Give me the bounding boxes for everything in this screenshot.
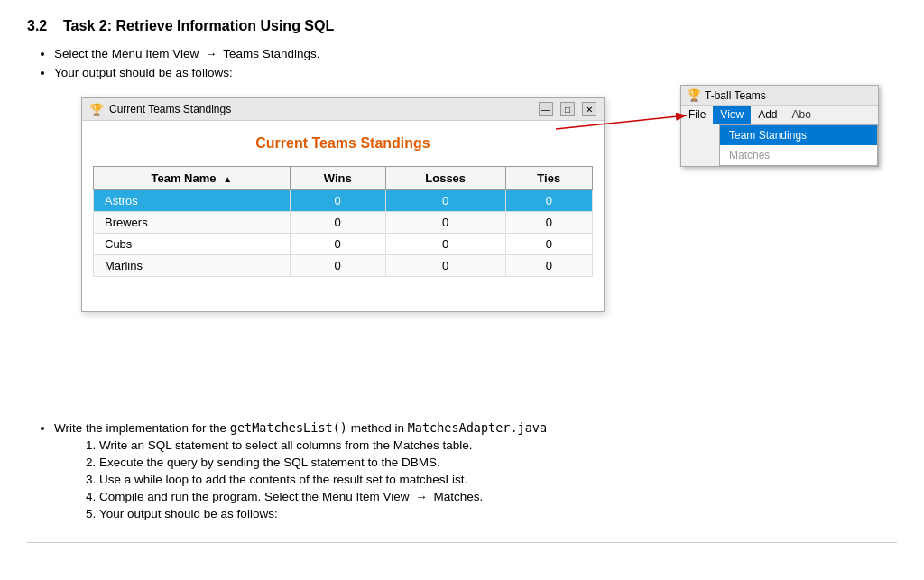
cell-losses: 0	[385, 234, 505, 255]
cell-losses: 0	[385, 255, 505, 277]
table-row[interactable]: Cubs000	[94, 234, 593, 255]
cell-team-name: Astros	[94, 190, 291, 212]
bullet2-text: Your output should be as follows:	[54, 66, 233, 79]
col-wins: Wins	[290, 167, 385, 190]
dialog-title: Current Teams Standings	[109, 103, 531, 115]
red-arrow	[556, 106, 700, 152]
cell-ties: 0	[505, 234, 593, 255]
minimize-button[interactable]: —	[539, 102, 553, 116]
sort-arrow-icon: ▲	[223, 174, 232, 184]
cell-wins: 0	[290, 212, 385, 234]
section-heading: 3.2 Task 2: Retrieve Information Using S…	[27, 18, 897, 34]
cell-team-name: Cubs	[94, 234, 291, 255]
tball-titlebar: 🏆 T-ball Teams	[681, 86, 878, 106]
top-bullet-list: Select the Menu Item View → Teams Standi…	[54, 47, 897, 79]
col-team-name-label: Team Name	[152, 171, 217, 185]
section-number: 3.2	[27, 18, 47, 33]
cell-ties: 0	[505, 255, 593, 277]
arrow-icon-4: →	[415, 490, 428, 503]
bottom-section: Write the implementation for the getMatc…	[27, 420, 897, 520]
cell-losses: 0	[385, 190, 505, 212]
tball-app-window: 🏆 T-ball Teams File View Add Abo Team St…	[680, 85, 879, 167]
cell-team-name: Brewers	[94, 212, 291, 234]
dialog-icon: 🏆	[89, 103, 104, 116]
dialog-titlebar: 🏆 Current Teams Standings — □ ✕	[82, 98, 604, 121]
dialog-window: 🏆 Current Teams Standings — □ ✕ Current …	[81, 97, 605, 312]
table-empty-space	[93, 277, 593, 304]
tball-icon: 🏆	[687, 88, 701, 102]
numbered-item-4-after: Matches.	[433, 490, 483, 503]
numbered-item-5: Your output should be as follows:	[99, 507, 897, 520]
dropdown-matches[interactable]: Matches	[720, 145, 877, 165]
bullet-item-2: Your output should be as follows:	[54, 66, 897, 79]
col-ties: Ties	[505, 167, 593, 190]
numbered-item-1: Write an SQL statement to select all col…	[99, 438, 897, 452]
numbered-item-3: Use a while loop to add the contents of …	[99, 473, 897, 486]
screenshot-area: 🏆 Current Teams Standings — □ ✕ Current …	[81, 97, 897, 404]
bullet1-before: Select the Menu Item View	[54, 47, 199, 60]
cell-ties: 0	[505, 190, 593, 212]
cell-team-name: Marlins	[94, 255, 291, 277]
numbered-item-3-text: Use a while loop to add the contents of …	[99, 473, 467, 486]
numbered-item-2-text: Execute the query by sending the SQL sta…	[99, 456, 440, 469]
col-losses: Losses	[385, 167, 505, 190]
cell-wins: 0	[290, 190, 385, 212]
arrow-icon-1: →	[205, 47, 217, 60]
bullet1-after: Teams Standings.	[223, 47, 319, 60]
col-team-name[interactable]: Team Name ▲	[94, 167, 291, 190]
menu-abo[interactable]: Abo	[785, 106, 818, 124]
bottom-bullet-main-text: Write the implementation for the getMatc…	[54, 421, 547, 435]
numbered-item-4: Compile and run the program. Select the …	[99, 490, 897, 503]
tball-menubar: File View Add Abo	[681, 106, 878, 124]
cell-wins: 0	[290, 234, 385, 255]
dropdown-team-standings[interactable]: Team Standings	[720, 125, 877, 145]
standings-table: Team Name ▲ Wins Losses Ties Astros000Br…	[93, 166, 593, 277]
cell-losses: 0	[385, 212, 505, 234]
svg-line-1	[556, 115, 687, 129]
tball-dropdown: Team Standings Matches	[719, 124, 878, 166]
bottom-bullet-main: Write the implementation for the getMatc…	[54, 420, 897, 520]
bottom-bullet-list: Write the implementation for the getMatc…	[54, 420, 897, 520]
bullet-item-1: Select the Menu Item View → Teams Standi…	[54, 47, 897, 60]
table-row[interactable]: Astros000	[94, 190, 593, 212]
table-header-row: Team Name ▲ Wins Losses Ties	[94, 167, 593, 190]
numbered-item-5-text: Your output should be as follows:	[99, 507, 278, 520]
section-title: Task 2: Retrieve Information Using SQL	[63, 18, 334, 33]
tball-title: T-ball Teams	[705, 89, 766, 102]
table-row[interactable]: Marlins000	[94, 255, 593, 277]
cell-ties: 0	[505, 212, 593, 234]
numbered-item-4-before: Compile and run the program. Select the …	[99, 490, 409, 503]
numbered-item-2: Execute the query by sending the SQL sta…	[99, 456, 897, 469]
menu-add[interactable]: Add	[751, 106, 784, 124]
numbered-list: Write an SQL statement to select all col…	[99, 438, 897, 520]
bottom-rule	[27, 542, 897, 543]
table-row[interactable]: Brewers000	[94, 212, 593, 234]
numbered-item-1-text: Write an SQL statement to select all col…	[99, 438, 472, 452]
dialog-main-title: Current Teams Standings	[93, 135, 593, 152]
dialog-content: Current Teams Standings Team Name ▲ Wins…	[82, 121, 604, 311]
menu-view[interactable]: View	[713, 106, 751, 124]
cell-wins: 0	[290, 255, 385, 277]
